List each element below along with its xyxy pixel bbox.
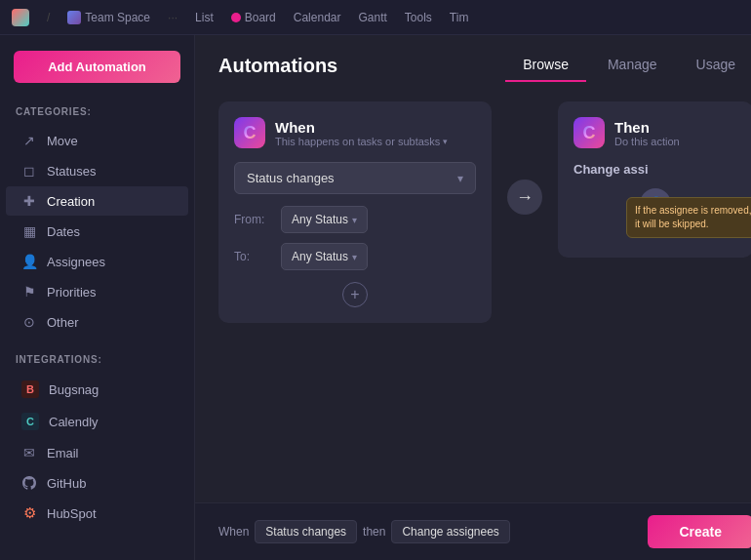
from-chevron-icon: ▾ xyxy=(352,215,357,225)
sidebar-item-statuses[interactable]: ◻ Statuses xyxy=(6,156,188,185)
to-field-row: To: Any Status ▾ xyxy=(234,243,476,270)
main-layout: Add Automation CATEGORIES: ↗ Move ◻ Stat… xyxy=(0,35,751,560)
move-icon: ↗ xyxy=(21,133,37,148)
sidebar-item-github[interactable]: GitHub xyxy=(6,468,188,498)
create-button[interactable]: Create xyxy=(648,515,751,548)
content-header: Automations Browse Manage Usage xyxy=(195,35,751,82)
nav-board[interactable]: Board xyxy=(231,11,276,24)
arrow-connector: → xyxy=(507,180,542,215)
sidebar-item-email[interactable]: ✉ Email xyxy=(6,438,188,467)
sidebar-item-bugsnag[interactable]: B Bugsnag xyxy=(6,374,188,405)
sidebar-item-priorities[interactable]: ⚑ Priorities xyxy=(6,277,188,306)
when-card: C When This happens on tasks or subtasks… xyxy=(218,101,492,323)
sidebar-item-hubspot[interactable]: ⚙ HubSpot xyxy=(6,499,188,528)
sidebar-item-other[interactable]: ⊙ Other xyxy=(6,307,188,337)
github-icon xyxy=(21,475,37,491)
status-changes-pill: Status changes xyxy=(255,520,357,543)
then-card: C Then Do this action Change assi 👤 If t… xyxy=(558,101,751,258)
to-label: To: xyxy=(234,250,271,263)
sidebar-item-creation[interactable]: ✚ Creation xyxy=(6,186,188,216)
status-dropdown[interactable]: Status changes ▾ xyxy=(234,162,476,194)
tooltip-box: If the assignee is removed, it will be s… xyxy=(626,197,751,238)
from-field-row: From: Any Status ▾ xyxy=(234,206,476,233)
dropdown-chevron-icon: ▾ xyxy=(457,172,463,185)
nav-team-space[interactable]: Team Space xyxy=(67,11,150,24)
when-card-subtitle: This happens on tasks or subtasks ▾ xyxy=(275,136,448,147)
add-condition-button[interactable]: + xyxy=(342,282,368,307)
content-area: Automations Browse Manage Usage C When xyxy=(195,35,751,560)
board-dot-icon xyxy=(231,13,241,22)
other-icon: ⊙ xyxy=(21,314,37,330)
then-card-logo: C xyxy=(573,117,605,148)
then-summary-label: then xyxy=(363,525,385,539)
tab-browse[interactable]: Browse xyxy=(505,49,586,82)
then-card-subtitle: Do this action xyxy=(614,136,680,147)
from-value-dropdown[interactable]: Any Status ▾ xyxy=(281,206,368,233)
tab-manage[interactable]: Manage xyxy=(590,49,675,82)
sidebar-item-assignees[interactable]: 👤 Assignees xyxy=(6,247,188,276)
bottom-bar: When Status changes then Change assignee… xyxy=(195,502,751,560)
email-icon: ✉ xyxy=(21,445,37,460)
tabs: Browse Manage Usage xyxy=(505,49,751,82)
from-label: From: xyxy=(234,213,271,226)
sidebar-item-calendly[interactable]: C Calendly xyxy=(6,406,188,437)
nav-gantt[interactable]: Gantt xyxy=(358,11,386,24)
page-title: Automations xyxy=(218,55,337,77)
subtitle-chevron-icon: ▾ xyxy=(443,137,448,146)
arrow-circle: → xyxy=(507,180,542,215)
nav-tools[interactable]: Tools xyxy=(405,11,432,24)
priorities-icon: ⚑ xyxy=(21,284,37,300)
automation-summary: When Status changes then Change assignee… xyxy=(218,520,510,543)
nav-tim[interactable]: Tim xyxy=(450,11,469,24)
assignees-icon: 👤 xyxy=(21,254,37,269)
categories-label: CATEGORIES: xyxy=(0,102,194,125)
hubspot-icon: ⚙ xyxy=(21,505,37,521)
sidebar-item-move[interactable]: ↗ Move xyxy=(6,126,188,155)
sidebar: Add Automation CATEGORIES: ↗ Move ◻ Stat… xyxy=(0,35,195,560)
action-pill: Change assignees xyxy=(391,520,509,543)
then-action-label: Change assi xyxy=(573,162,737,177)
integrations-label: INTEGRATIONS: xyxy=(0,350,194,373)
dates-icon: ▦ xyxy=(21,223,37,239)
bugsnag-icon: B xyxy=(21,380,39,398)
when-card-title: When xyxy=(275,119,448,136)
when-summary-label: When xyxy=(218,525,249,539)
when-card-logo: C xyxy=(234,117,265,148)
statuses-icon: ◻ xyxy=(21,163,37,179)
add-automation-button[interactable]: Add Automation xyxy=(14,51,180,83)
then-card-header: C Then Do this action xyxy=(573,117,737,148)
nav-list[interactable]: List xyxy=(195,11,214,24)
then-card-title: Then xyxy=(614,119,680,136)
nav-logo xyxy=(12,9,29,26)
creation-icon: ✚ xyxy=(21,193,37,209)
tab-usage[interactable]: Usage xyxy=(679,49,751,82)
when-card-header: C When This happens on tasks or subtasks… xyxy=(234,117,476,148)
nav-calendar[interactable]: Calendar xyxy=(294,11,341,24)
calendly-icon: C xyxy=(21,413,39,430)
top-nav: / Team Space ··· List Board Calendar Gan… xyxy=(0,0,751,35)
to-chevron-icon: ▾ xyxy=(352,252,357,262)
canvas-area: C When This happens on tasks or subtasks… xyxy=(195,82,751,502)
to-value-dropdown[interactable]: Any Status ▾ xyxy=(281,243,368,270)
team-space-icon xyxy=(67,11,81,24)
sidebar-item-dates[interactable]: ▦ Dates xyxy=(6,217,188,246)
